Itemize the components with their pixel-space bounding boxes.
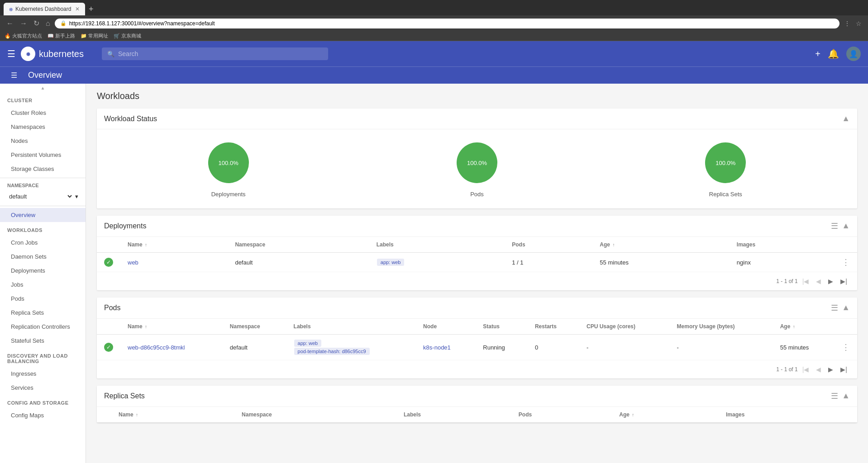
tab-close-button[interactable]: ✕ bbox=[75, 6, 80, 12]
th-pod-age[interactable]: Age ↑ bbox=[773, 319, 835, 335]
sidebar-item-pods[interactable]: Pods bbox=[0, 292, 86, 306]
th-pod-cpu[interactable]: CPU Usage (cores) bbox=[579, 319, 670, 335]
lock-icon: 🔒 bbox=[60, 20, 67, 26]
bookmark-firefox[interactable]: 🔥 火狐官方站点 bbox=[5, 33, 42, 39]
pods-collapse-icon[interactable]: ▲ bbox=[842, 303, 850, 313]
sidebar-item-services[interactable]: Services bbox=[0, 381, 86, 395]
sidebar-item-stateful-sets[interactable]: Stateful Sets bbox=[0, 334, 86, 348]
pods-page-next-button[interactable]: ▶ bbox=[825, 364, 836, 375]
page-title: Overview bbox=[28, 71, 62, 80]
deployments-table-header: Name ↑ Namespace Labels Pods Age ↑ Image… bbox=[97, 237, 857, 253]
page-last-button[interactable]: ▶| bbox=[838, 276, 850, 287]
hamburger-menu-button[interactable]: ☰ bbox=[7, 48, 15, 59]
refresh-button[interactable]: ↻ bbox=[32, 18, 41, 28]
forward-button[interactable]: → bbox=[18, 19, 29, 28]
th-rs-age[interactable]: Age ↑ bbox=[612, 407, 719, 423]
replica-sets-header: Replica Sets ☰ ▲ bbox=[97, 386, 857, 407]
home-button[interactable]: ⌂ bbox=[44, 19, 52, 28]
sidebar-item-replication-controllers[interactable]: Replication Controllers bbox=[0, 320, 86, 334]
page-first-button[interactable]: |◀ bbox=[800, 276, 812, 287]
sidebar-item-cron-jobs[interactable]: Cron Jobs bbox=[0, 236, 86, 250]
th-labels[interactable]: Labels bbox=[369, 237, 505, 253]
bookmark-guide[interactable]: 📖 新手上路 bbox=[48, 33, 75, 39]
deployments-pagination: 1 - 1 of 1 |◀ ◀ ▶ ▶| bbox=[97, 272, 857, 290]
deployments-chart: 100.0% Deployments bbox=[206, 140, 251, 198]
pod-restarts: 0 bbox=[528, 335, 579, 360]
sidebar-item-jobs[interactable]: Jobs bbox=[0, 278, 86, 292]
th-pod-restarts[interactable]: Restarts bbox=[528, 319, 579, 335]
extensions-button[interactable]: ⋮ bbox=[842, 19, 852, 28]
tab-title: Kubernetes Dashboard bbox=[15, 6, 71, 12]
address-bar[interactable]: 🔒 bbox=[55, 19, 839, 28]
page-prev-button[interactable]: ◀ bbox=[813, 276, 824, 287]
deployments-filter-icon[interactable]: ☰ bbox=[831, 221, 838, 231]
namespace-select[interactable]: default bbox=[7, 193, 73, 200]
bookmark-jd[interactable]: 🛒 京东商城 bbox=[114, 33, 141, 39]
namespace-selector[interactable]: default ▾ bbox=[0, 189, 86, 204]
row-more-icon[interactable]: ⋮ bbox=[842, 258, 850, 267]
th-age[interactable]: Age ↑ bbox=[592, 237, 729, 253]
deployment-link[interactable]: web bbox=[128, 259, 138, 266]
th-pod-node[interactable]: Node bbox=[416, 319, 476, 335]
pod-more: ⋮ bbox=[835, 335, 857, 360]
main-layout: ▲ Cluster Cluster Roles Namespaces Nodes… bbox=[0, 84, 868, 463]
sidebar-item-config-maps[interactable]: Config Maps bbox=[0, 408, 86, 422]
th-images[interactable]: Images bbox=[730, 237, 835, 253]
pod-labels: app: web pod-template-hash: d86c95cc9 bbox=[286, 335, 416, 360]
sidebar-item-storage-classes[interactable]: Storage Classes bbox=[0, 162, 86, 176]
deployments-collapse-icon[interactable]: ▲ bbox=[842, 221, 850, 231]
pod-more-icon[interactable]: ⋮ bbox=[842, 343, 850, 352]
top-nav: ☰ ⎈ kubernetes 🔍 + 🔔 👤 bbox=[0, 41, 868, 66]
th-name[interactable]: Name ↑ bbox=[120, 237, 228, 253]
sidebar-item-ingresses[interactable]: Ingresses bbox=[0, 367, 86, 381]
sidebar-item-deployments[interactable]: Deployments bbox=[0, 264, 86, 278]
sidebar-item-namespaces[interactable]: Namespaces bbox=[0, 120, 86, 134]
search-input[interactable] bbox=[118, 50, 323, 57]
th-pod-namespace[interactable]: Namespace bbox=[223, 319, 286, 335]
pods-header: Pods ☰ ▲ bbox=[97, 298, 857, 319]
pods-filter-icon[interactable]: ☰ bbox=[831, 303, 838, 313]
pod-link[interactable]: web-d86c95cc9-8tmkl bbox=[128, 344, 185, 351]
th-pod-status-col[interactable]: Status bbox=[476, 319, 528, 335]
sidebar-item-persistent-volumes[interactable]: Persistent Volumes bbox=[0, 148, 86, 162]
search-bar[interactable]: 🔍 bbox=[102, 47, 328, 60]
deployments-card: Deployments ☰ ▲ Name ↑ Namespace bbox=[97, 216, 857, 290]
th-pod-name[interactable]: Name ↑ bbox=[120, 319, 223, 335]
page-next-button[interactable]: ▶ bbox=[825, 276, 836, 287]
replica-sets-filter-icon[interactable]: ☰ bbox=[831, 391, 838, 401]
add-resource-button[interactable]: + bbox=[815, 49, 820, 59]
bookmark-common[interactable]: 📁 常用网址 bbox=[81, 33, 108, 39]
th-rs-namespace[interactable]: Namespace bbox=[234, 407, 396, 423]
replica-sets-collapse-icon[interactable]: ▲ bbox=[842, 391, 850, 401]
th-pods[interactable]: Pods bbox=[505, 237, 592, 253]
sidebar-item-nodes[interactable]: Nodes bbox=[0, 134, 86, 148]
collapse-icon[interactable]: ▲ bbox=[842, 114, 850, 123]
th-pod-memory[interactable]: Memory Usage (bytes) bbox=[670, 319, 773, 335]
th-rs-name[interactable]: Name ↑ bbox=[111, 407, 234, 423]
node-link[interactable]: k8s-node1 bbox=[423, 344, 451, 351]
bookmark-button[interactable]: ☆ bbox=[854, 19, 863, 28]
sidebar-item-cluster-roles[interactable]: Cluster Roles bbox=[0, 106, 86, 120]
sidebar-item-daemon-sets[interactable]: Daemon Sets bbox=[0, 250, 86, 264]
th-rs-labels[interactable]: Labels bbox=[396, 407, 511, 423]
th-namespace[interactable]: Namespace bbox=[228, 237, 369, 253]
pod-ok-icon: ✓ bbox=[104, 343, 113, 352]
pods-page-last-button[interactable]: ▶| bbox=[838, 364, 850, 375]
url-input[interactable] bbox=[69, 20, 834, 27]
pods-page-first-button[interactable]: |◀ bbox=[800, 364, 812, 375]
notifications-button[interactable]: 🔔 bbox=[828, 48, 839, 59]
sidebar-item-overview[interactable]: Overview bbox=[0, 208, 86, 222]
back-button[interactable]: ← bbox=[5, 19, 15, 28]
user-avatar[interactable]: 👤 bbox=[846, 47, 861, 61]
row-age: 55 minutes bbox=[592, 253, 729, 272]
pod-cpu: - bbox=[579, 335, 670, 360]
sidebar-config-header: Config and Storage bbox=[0, 395, 86, 408]
bookmarks-bar: 🔥 火狐官方站点 📖 新手上路 📁 常用网址 🛒 京东商城 bbox=[0, 31, 868, 41]
browser-tab[interactable]: ⎈ Kubernetes Dashboard ✕ bbox=[4, 3, 85, 15]
th-rs-pods[interactable]: Pods bbox=[511, 407, 612, 423]
th-rs-images[interactable]: Images bbox=[719, 407, 839, 423]
pods-page-prev-button[interactable]: ◀ bbox=[813, 364, 824, 375]
sidebar-item-replica-sets[interactable]: Replica Sets bbox=[0, 306, 86, 320]
new-tab-button[interactable]: + bbox=[89, 5, 94, 14]
th-pod-labels[interactable]: Labels bbox=[286, 319, 416, 335]
